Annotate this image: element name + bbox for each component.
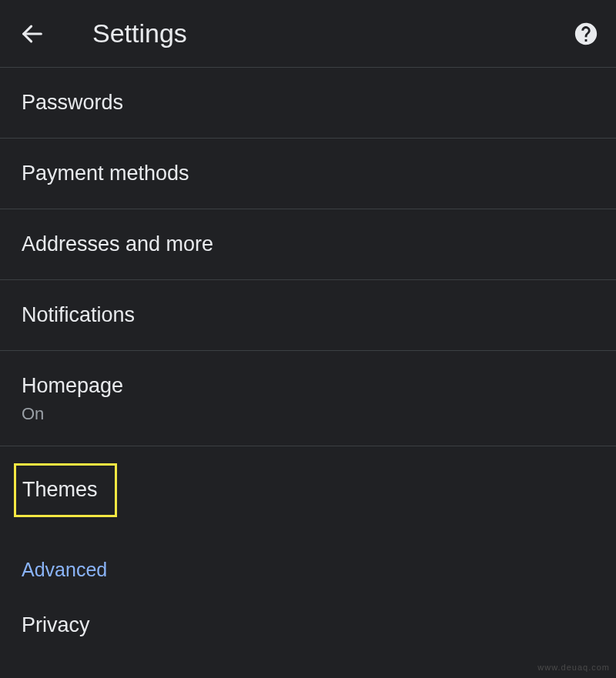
settings-list: Passwords Payment methods Addresses and … [0,68,616,660]
page-title: Settings [92,18,187,48]
item-label: Homepage [22,372,594,399]
item-label: Notifications [22,302,594,329]
settings-item-payment-methods[interactable]: Payment methods [0,139,616,209]
item-label: Payment methods [22,160,594,187]
item-label: Themes [22,476,98,503]
app-header: Settings [0,0,616,68]
arrow-back-icon [19,21,45,47]
settings-item-themes[interactable]: Themes [0,446,616,536]
section-label: Advanced [22,559,594,581]
help-button[interactable] [571,19,601,48]
section-header-advanced: Advanced [0,537,616,590]
help-icon [573,21,599,47]
back-button[interactable] [15,17,49,51]
item-label: Addresses and more [22,231,594,258]
watermark: www.deuaq.com [537,663,610,672]
item-label: Passwords [22,89,594,116]
settings-item-addresses[interactable]: Addresses and more [0,209,616,280]
item-status: On [22,404,594,424]
item-label: Privacy [22,612,594,639]
highlight-box: Themes [14,463,117,516]
settings-item-privacy[interactable]: Privacy [0,590,616,660]
settings-item-homepage[interactable]: Homepage On [0,351,616,446]
settings-item-notifications[interactable]: Notifications [0,280,616,351]
settings-item-passwords[interactable]: Passwords [0,68,616,139]
